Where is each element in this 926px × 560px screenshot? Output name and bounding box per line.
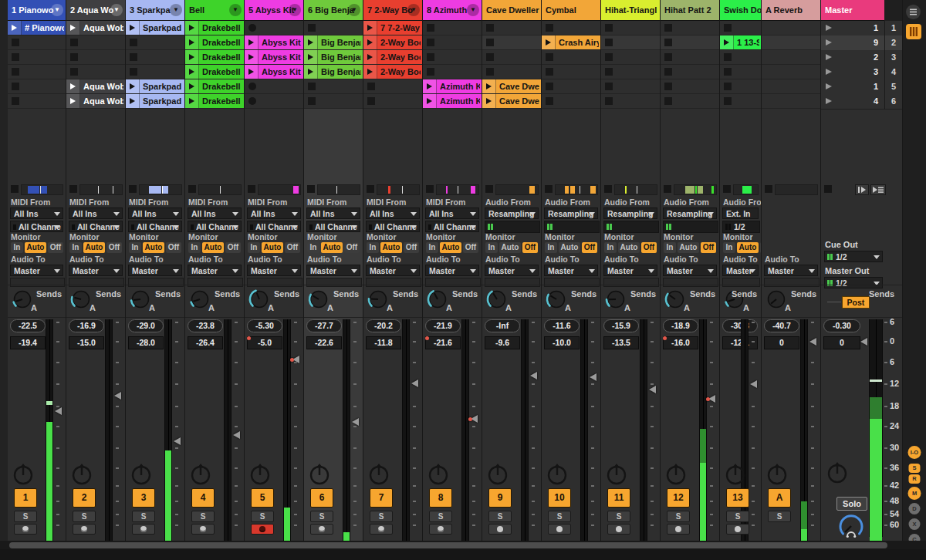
clip-stop-square[interactable]: [12, 53, 19, 61]
solo-button[interactable]: S: [251, 511, 274, 522]
empty-clip-slot[interactable]: [8, 79, 66, 94]
empty-clip-slot[interactable]: [601, 79, 660, 94]
clip-slot[interactable]: 1 13-S: [720, 35, 761, 50]
clip-stop-square[interactable]: [12, 39, 19, 46]
clip-play-button[interactable]: [185, 35, 199, 49]
clip-stop-square[interactable]: [308, 24, 316, 32]
empty-clip-slot[interactable]: [720, 50, 761, 65]
clip[interactable]: Drakebell 2: [185, 50, 244, 64]
monitor-auto-button[interactable]: Auto: [380, 242, 402, 253]
track-header-dropdown-icon[interactable]: ▼: [467, 4, 479, 16]
pan-knob[interactable]: [826, 460, 849, 484]
monitor-off-button[interactable]: Off: [641, 242, 657, 253]
clip-stop-square[interactable]: [367, 97, 375, 105]
pan-knob[interactable]: [765, 461, 789, 486]
clip-play-button[interactable]: [363, 35, 377, 49]
clip-play-button[interactable]: [720, 35, 734, 49]
empty-clip-slot[interactable]: [423, 35, 482, 50]
empty-clip-slot[interactable]: [661, 21, 719, 35]
clip-play-button[interactable]: [482, 94, 496, 108]
empty-clip-slot[interactable]: [762, 35, 820, 50]
solo-button[interactable]: S: [548, 511, 571, 522]
clip-stop-square[interactable]: [70, 39, 78, 46]
midi-arm-button[interactable]: [132, 524, 155, 535]
pan-knob[interactable]: [605, 461, 628, 486]
clip-stop-square[interactable]: [664, 97, 672, 105]
track-activator-button[interactable]: 7: [370, 488, 393, 508]
clip-slot[interactable]: Drakebell 2: [185, 35, 244, 50]
empty-clip-slot[interactable]: [720, 79, 761, 94]
volume-fader-handle[interactable]: [174, 437, 181, 445]
empty-clip-slot[interactable]: [126, 35, 184, 50]
input-channel-dropdown[interactable]: All Channe: [188, 221, 242, 232]
track-header-dropdown-icon[interactable]: ▼: [110, 4, 123, 16]
clip-stop-square[interactable]: [427, 53, 434, 61]
input-routing-dropdown[interactable]: Resampling: [485, 207, 539, 219]
monitor-off-button[interactable]: Off: [582, 242, 597, 253]
post-toggle-button[interactable]: Post: [842, 296, 870, 309]
solo-button[interactable]: S: [667, 511, 690, 522]
pan-knob[interactable]: [308, 461, 331, 486]
clip[interactable]: Aqua Wobb: [66, 21, 125, 35]
output-routing-dropdown[interactable]: Master: [188, 265, 242, 276]
solo-button[interactable]: S: [370, 511, 393, 522]
track-stop-all-button[interactable]: [307, 185, 315, 193]
track-activator-button[interactable]: 11: [607, 488, 630, 508]
track-header-dropdown-icon[interactable]: ▼: [407, 4, 420, 16]
empty-clip-slot[interactable]: [661, 79, 719, 94]
volume-fader-handle[interactable]: [114, 392, 121, 400]
empty-clip-slot[interactable]: [8, 65, 66, 79]
clip-stop-square[interactable]: [546, 53, 553, 61]
clip[interactable]: Azimuth Kit: [423, 79, 482, 93]
track-header-dropdown-icon[interactable]: ▼: [289, 4, 301, 16]
track-header[interactable]: Swish Dov: [720, 0, 761, 21]
clip[interactable]: 2-Way Boo: [363, 35, 422, 49]
midi-arm-button[interactable]: [73, 524, 96, 535]
clip-play-button[interactable]: [66, 94, 80, 108]
volume-fader-handle[interactable]: [750, 380, 757, 388]
input-routing-dropdown[interactable]: All Ins: [188, 207, 242, 219]
clip-play-button[interactable]: [304, 35, 318, 49]
pan-knob[interactable]: [130, 461, 153, 486]
pan-knob[interactable]: [724, 461, 747, 486]
output-routing-dropdown[interactable]: Master: [306, 265, 360, 276]
track-stop-all-button[interactable]: [11, 185, 19, 193]
volume-fader-handle[interactable]: [708, 395, 715, 403]
input-level-meter[interactable]: 1/2: [722, 221, 760, 233]
solo-button[interactable]: S: [429, 511, 452, 522]
clip-slot[interactable]: Big Benjam: [304, 50, 363, 65]
monitor-auto-button[interactable]: Auto: [143, 242, 164, 253]
pan-knob[interactable]: [546, 461, 569, 486]
monitor-off-button[interactable]: Off: [166, 242, 181, 253]
volume-fader-handle[interactable]: [809, 338, 816, 346]
midi-arm-button[interactable]: [429, 524, 452, 535]
monitor-in-button[interactable]: In: [307, 242, 319, 253]
input-routing-dropdown[interactable]: All Ins: [247, 207, 301, 219]
cue-out-dropdown[interactable]: 1/2: [824, 251, 883, 262]
clip-play-button[interactable]: [304, 65, 318, 79]
clip[interactable]: 7 7-2-Way B: [363, 21, 422, 35]
track-stop-all-button[interactable]: [426, 185, 434, 193]
empty-clip-slot[interactable]: [304, 79, 363, 94]
clip[interactable]: Sparkpad: [126, 94, 184, 108]
clip-stop-square[interactable]: [70, 68, 78, 76]
empty-clip-slot[interactable]: [601, 94, 660, 109]
clip[interactable]: # Pianowob: [8, 21, 66, 35]
clip-slot[interactable]: 2-Way Boo: [363, 50, 422, 65]
clip-slot[interactable]: Abyss Kit: [245, 65, 303, 79]
empty-clip-slot[interactable]: [423, 21, 482, 35]
empty-clip-slot[interactable]: [542, 79, 600, 94]
clip-stop-square[interactable]: [546, 97, 553, 105]
volume-value-box[interactable]: 0: [764, 336, 799, 349]
track-header[interactable]: Hihat-Triangl: [601, 0, 660, 21]
track-stop-all-button[interactable]: [485, 185, 493, 193]
input-channel-dropdown[interactable]: All Channe: [128, 221, 182, 232]
clip-stop-square[interactable]: [12, 83, 19, 90]
empty-clip-slot[interactable]: [304, 94, 363, 109]
input-routing-dropdown[interactable]: All Ins: [10, 207, 63, 219]
clip-stop-square[interactable]: [664, 53, 672, 61]
clip-stop-square[interactable]: [724, 53, 732, 61]
input-channel-dropdown[interactable]: All Channe: [247, 221, 301, 232]
track-header[interactable]: Cymbal: [542, 0, 600, 21]
clip-record-circle[interactable]: [248, 83, 256, 90]
